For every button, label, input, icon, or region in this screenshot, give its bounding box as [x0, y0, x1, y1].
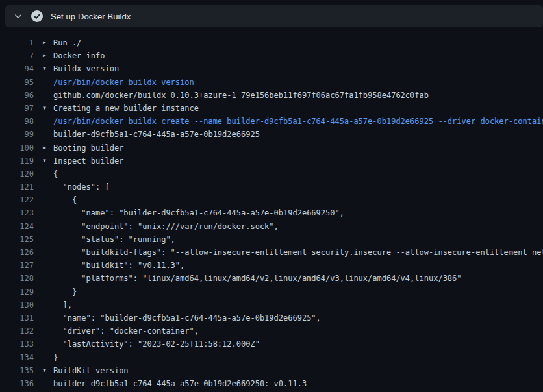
line-number[interactable]: 99 — [0, 128, 34, 141]
triangle-down-icon[interactable]: ▼ — [43, 102, 53, 115]
line-number[interactable]: 7 — [0, 49, 34, 62]
line-number[interactable]: 130 — [0, 299, 34, 312]
chevron-down-icon[interactable] — [10, 8, 26, 24]
log-line: 125 "status": "running", — [0, 233, 543, 246]
triangle-right-icon[interactable]: ▶ — [43, 49, 53, 62]
log-text: "endpoint": "unix:///var/run/docker.sock… — [53, 220, 279, 233]
log-line: 126 "buildkitd-flags": "--allow-insecure… — [0, 246, 543, 259]
log-line: 131 "name": "builder-d9cfb5a1-c764-445a-… — [0, 312, 543, 325]
line-number[interactable]: 136 — [0, 377, 34, 390]
log-line: 123 "name": "builder-d9cfb5a1-c764-445a-… — [0, 206, 543, 219]
log-text: Docker info — [53, 49, 105, 62]
line-number[interactable]: 119 — [0, 154, 34, 167]
log-text: { — [53, 193, 77, 206]
log-line: 130 ], — [0, 299, 543, 312]
triangle-right-icon[interactable]: ▶ — [43, 141, 53, 154]
check-circle-icon — [31, 10, 43, 22]
log-text: } — [53, 286, 77, 299]
line-number[interactable]: 131 — [0, 312, 34, 325]
line-number[interactable]: 135 — [0, 364, 34, 377]
line-number[interactable]: 129 — [0, 286, 34, 299]
log-text: Inspect builder — [53, 154, 123, 167]
line-number[interactable]: 123 — [0, 206, 34, 219]
log-line: 120 { — [0, 167, 543, 180]
log-line: 122 { — [0, 193, 543, 206]
log-line: 128 "platforms": "linux/amd64,linux/amd6… — [0, 272, 543, 285]
log-text: ], — [53, 299, 72, 312]
log-line: 132 "driver": "docker-container", — [0, 325, 543, 337]
line-number[interactable]: 124 — [0, 220, 34, 233]
triangle-right-icon[interactable]: ▶ — [43, 36, 53, 49]
line-number[interactable]: 122 — [0, 193, 34, 206]
line-number[interactable]: 134 — [0, 351, 34, 364]
log-group-header[interactable]: 135 ▼ BuildKit version — [0, 364, 543, 377]
log-text: "buildkitd-flags": "--allow-insecure-ent… — [53, 246, 543, 259]
triangle-down-icon[interactable]: ▼ — [43, 364, 53, 377]
line-number[interactable]: 100 — [0, 141, 34, 154]
log-line: 134 } — [0, 351, 543, 364]
line-number[interactable]: 132 — [0, 325, 34, 337]
log-line: 127 "buildkit": "v0.11.3", — [0, 259, 543, 272]
line-number[interactable]: 1 — [0, 36, 34, 49]
line-number[interactable]: 98 — [0, 115, 34, 128]
line-number[interactable]: 121 — [0, 180, 34, 193]
step-header[interactable]: Set up Docker Buildx — [5, 5, 543, 27]
log-line: 121 "nodes": [ — [0, 180, 543, 193]
line-number[interactable]: 128 — [0, 272, 34, 285]
log-text: { — [53, 167, 58, 180]
log-line: 124 "endpoint": "unix:///var/run/docker.… — [0, 220, 543, 233]
line-number[interactable]: 133 — [0, 337, 34, 350]
log-text: "nodes": [ — [53, 180, 110, 193]
log-line: 98 /usr/bin/docker buildx create --name … — [0, 115, 543, 128]
log-line: 133 "lastActivity": "2023-02-25T11:58:12… — [0, 337, 543, 350]
log-text: builder-d9cfb5a1-c764-445a-a57e-0b19d2e6… — [53, 128, 260, 141]
log-text: "name": "builder-d9cfb5a1-c764-445a-a57e… — [53, 206, 344, 219]
log-line: 96 github.com/docker/buildx 0.10.3+azure… — [0, 89, 543, 102]
log-group-header[interactable]: 119 ▼ Inspect builder — [0, 154, 543, 167]
line-number[interactable]: 95 — [0, 76, 34, 89]
log-group-header[interactable]: 94 ▼ Buildx version — [0, 62, 543, 75]
log-text: } — [53, 351, 58, 364]
log-text: BuildKit version — [53, 364, 129, 377]
log-text: "driver": "docker-container", — [53, 325, 199, 337]
log-line: 129 } — [0, 286, 543, 299]
log-lines: 1 ▶ Run ./ 7 ▶ Docker info 94 ▼ Buildx v… — [0, 36, 543, 390]
log-line: 99 builder-d9cfb5a1-c764-445a-a57e-0b19d… — [0, 128, 543, 141]
line-number[interactable]: 126 — [0, 246, 34, 259]
log-group-header[interactable]: 1 ▶ Run ./ — [0, 36, 543, 49]
step-title: Set up Docker Buildx — [51, 12, 131, 21]
line-number[interactable]: 96 — [0, 89, 34, 102]
log-text: github.com/docker/buildx 0.10.3+azure-1 … — [53, 89, 429, 102]
log-text: "name": "builder-d9cfb5a1-c764-445a-a57e… — [53, 312, 321, 325]
log-text: /usr/bin/docker buildx create --name bui… — [53, 115, 543, 128]
log-group-header[interactable]: 100 ▶ Booting builder — [0, 141, 543, 154]
log-text: "lastActivity": "2023-02-25T11:58:12.000… — [53, 337, 260, 350]
log-text: "platforms": "linux/amd64,linux/amd64/v2… — [53, 272, 462, 285]
log-line: 136 builder-d9cfb5a1-c764-445a-a57e-0b19… — [0, 377, 543, 390]
log-text: Creating a new builder instance — [53, 102, 199, 115]
log-text: "status": "running", — [53, 233, 175, 246]
triangle-down-icon[interactable]: ▼ — [43, 154, 53, 167]
line-number[interactable]: 125 — [0, 233, 34, 246]
triangle-down-icon[interactable]: ▼ — [43, 62, 53, 75]
line-number[interactable]: 120 — [0, 167, 34, 180]
log-line: 95 /usr/bin/docker buildx version — [0, 76, 543, 89]
line-number[interactable]: 127 — [0, 259, 34, 272]
line-number[interactable]: 97 — [0, 102, 34, 115]
log-text: Booting builder — [53, 141, 123, 154]
log-text: Buildx version — [53, 62, 119, 75]
log-text: builder-d9cfb5a1-c764-445a-a57e-0b19d2e6… — [53, 377, 307, 390]
log-text: /usr/bin/docker buildx version — [53, 76, 194, 89]
log-group-header[interactable]: 7 ▶ Docker info — [0, 49, 543, 62]
log-group-header[interactable]: 97 ▼ Creating a new builder instance — [0, 102, 543, 115]
line-number[interactable]: 94 — [0, 62, 34, 75]
log-text: Run ./ — [53, 36, 81, 49]
log-text: "buildkit": "v0.11.3", — [53, 259, 184, 272]
